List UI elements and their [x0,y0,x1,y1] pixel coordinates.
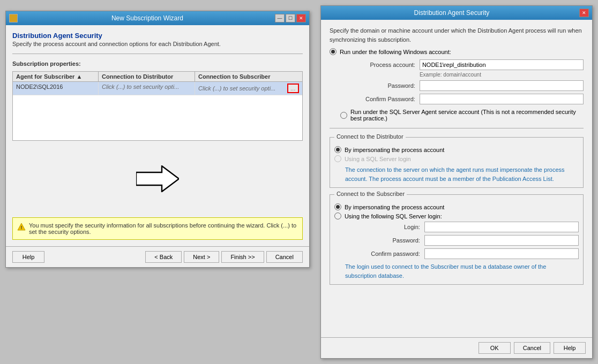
radio-sql-login-sub-label: Using the following SQL Server login: [345,213,442,219]
left-heading-section: Distribution Agent Security Specify the … [12,32,303,47]
subscription-table: Agent for Subscriber ▲ Connection to Dis… [12,71,303,141]
left-window-content: Distribution Agent Security Specify the … [6,25,309,246]
password-label: Password: [340,82,415,89]
right-bottom-buttons: OK Cancel Help [321,337,592,358]
sort-asc-icon: ▲ [76,73,82,80]
connect-subscriber-label: Connect to the Subscriber [334,191,407,197]
radio-impersonate-dist-label: By impersonating the process account [345,147,445,153]
subscription-label: Subscription properties: [12,60,303,67]
radio-sql-login-sub-icon [334,213,341,219]
restore-button[interactable]: ☐ [286,14,295,22]
cancel-button[interactable]: Cancel [266,251,303,263]
process-account-label: Process account: [340,62,415,68]
ellipsis-button[interactable]: … [287,84,299,93]
right-help-button[interactable]: Help [554,342,586,354]
radio-sql-agent-label: Run under the SQL Server Agent service a… [350,109,584,122]
radio-impersonate-distributor[interactable]: By impersonating the process account [334,146,579,153]
right-cancel-button[interactable]: Cancel [514,342,550,354]
example-text: Example: domain\account [420,72,584,78]
left-bottom-buttons: Help < Back Next > Finish >> Cancel [6,246,309,267]
radio-windows-icon [330,48,337,55]
help-button[interactable]: Help [12,251,44,263]
new-subscription-wizard: New Subscription Wizard — ☐ ✕ Distributi… [5,11,310,268]
warning-text: You must specify the security informatio… [29,222,298,235]
right-description: Specify the domain or machine account un… [330,26,584,44]
confirm-password-label: Confirm Password: [340,96,415,102]
td-agent: NODE2\SQL2016 [13,82,99,95]
right-arrow-icon [136,165,179,192]
th-agent: Agent for Subscriber ▲ [13,72,99,81]
distribution-agent-security-dialog: Distribution Agent Security ✕ Specify th… [320,5,593,359]
distributor-info-text: The connection to the server on which th… [345,165,579,183]
right-content: Specify the domain or machine account un… [321,20,592,337]
process-account-fields: Process account: Example: domain\account… [340,59,584,104]
subscriber-info-text: The login used to connect to the Subscri… [345,262,579,280]
connect-distributor-section: Connect to the Distributor By impersonat… [330,137,584,188]
left-window-title: New Subscription Wizard [20,14,275,22]
sub-password-input[interactable] [424,235,579,246]
minimize-button[interactable]: — [275,14,285,22]
radio-sql-agent[interactable]: Run under the SQL Server Agent service a… [340,109,584,122]
warning-box: ! You must specify the security informat… [12,217,303,240]
confirm-password-input[interactable] [420,94,584,104]
radio-sql-agent-icon [340,112,347,119]
radio-sql-login-dist-icon [334,155,341,162]
finish-button[interactable]: Finish >> [221,251,264,263]
radio-sql-login-subscriber[interactable]: Using the following SQL Server login: [334,213,579,219]
nav-buttons: < Back Next > Finish >> Cancel [145,251,303,263]
connect-subscriber-section: Connect to the Subscriber By impersonati… [330,194,584,285]
table-row[interactable]: NODE2\SQL2016 Click (...) to set securit… [13,82,302,95]
td-sub: Click (...) to set security opti... … [195,82,302,95]
wizard-icon [9,14,18,22]
td-dist: Click (...) to set security opti... [99,82,195,95]
process-account-input[interactable] [420,59,584,70]
left-title-bar: New Subscription Wizard — ☐ ✕ [6,11,309,25]
divider-1 [330,128,584,128]
ok-button[interactable]: OK [479,342,511,354]
svg-text:!: ! [21,225,23,230]
separator [12,54,303,54]
table-header: Agent for Subscriber ▲ Connection to Dis… [13,72,302,82]
close-button[interactable]: ✕ [296,14,306,22]
password-input[interactable] [420,80,584,91]
radio-impersonate-subscriber[interactable]: By impersonating the process account [334,203,579,210]
sub-login-input[interactable] [424,222,579,232]
radio-sql-login-dist-label: Using a SQL Server login [345,156,411,162]
next-button[interactable]: Next > [184,251,219,263]
radio-sql-login-distributor[interactable]: Using a SQL Server login [334,155,579,162]
radio-windows-account[interactable]: Run under the following Windows account: [330,48,584,55]
left-subheading: Specify the process account and connecti… [12,41,303,47]
back-button[interactable]: < Back [145,251,182,263]
right-window-title: Distribution Agent Security [324,9,579,17]
sub-login-label: Login: [345,224,420,230]
right-close-button[interactable]: ✕ [579,9,589,17]
left-window-controls: — ☐ ✕ [275,14,306,22]
th-distributor: Connection to Distributor [99,72,195,81]
radio-impersonate-dist-icon [334,146,341,153]
warning-icon: ! [17,223,26,231]
sub-confirm-password-label: Confirm password: [345,251,420,257]
arrow-area [12,145,303,214]
sub-password-label: Password: [345,237,420,244]
left-heading: Distribution Agent Security [12,32,303,40]
svg-marker-0 [136,166,179,192]
sub-confirm-password-input[interactable] [424,248,579,259]
th-subscriber: Connection to Subscriber [195,72,302,81]
radio-impersonate-sub-icon [334,203,341,210]
connect-distributor-label: Connect to the Distributor [334,133,406,140]
radio-impersonate-sub-label: By impersonating the process account [345,204,445,210]
subscriber-fields: Login: Password: Confirm password: [345,222,579,259]
right-window-controls: ✕ [579,9,589,17]
radio-windows-label: Run under the following Windows account: [340,49,451,55]
right-title-bar: Distribution Agent Security ✕ [321,6,592,20]
